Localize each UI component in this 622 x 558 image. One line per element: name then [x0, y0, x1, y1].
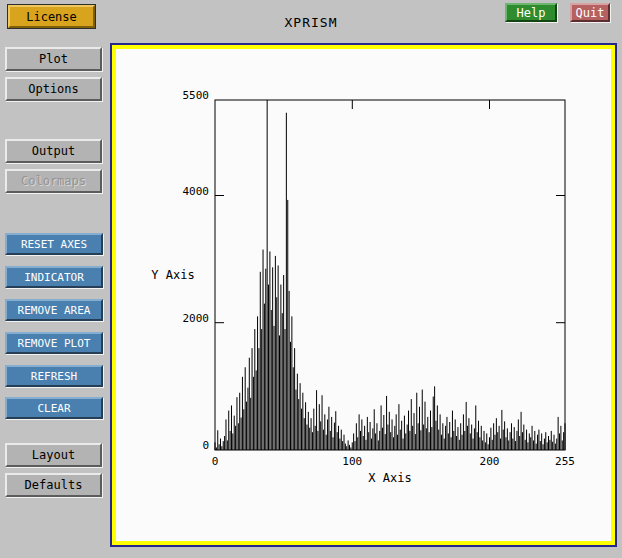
output-menu-button[interactable]: Output [5, 139, 102, 163]
y-tick-label: 0 [202, 439, 209, 452]
x-tick-label: 0 [212, 455, 219, 468]
plot-menu-button[interactable]: Plot [5, 47, 102, 71]
reset-axes-button[interactable]: RESET AXES [5, 233, 103, 255]
plot-panel: Y Axis X Axis 02000400055000100200255 [110, 43, 617, 547]
y-tick-label: 2000 [183, 312, 210, 325]
help-button[interactable]: Help [505, 3, 557, 22]
y-axis-title: Y Axis [151, 268, 194, 282]
refresh-button[interactable]: REFRESH [5, 365, 103, 387]
colormaps-menu-button-disabled: Colormaps [5, 169, 102, 193]
quit-button[interactable]: Quit [570, 3, 610, 22]
options-menu-button[interactable]: Options [5, 77, 102, 101]
impulse-series [215, 100, 565, 450]
remove-area-button[interactable]: REMOVE AREA [5, 299, 103, 321]
y-tick-label: 5500 [183, 89, 210, 102]
remove-plot-button[interactable]: REMOVE PLOT [5, 332, 103, 354]
x-tick-label: 200 [480, 455, 500, 468]
x-tick-label: 100 [342, 455, 362, 468]
clear-button[interactable]: CLEAR [5, 397, 103, 419]
plot-area: Y Axis X Axis 02000400055000100200255 [116, 49, 611, 541]
layout-button[interactable]: Layout [5, 443, 102, 467]
plot-canvas[interactable]: Y Axis X Axis 02000400055000100200255 [116, 49, 611, 541]
x-tick-label: 255 [555, 455, 575, 468]
xprism-window: License XPRISM Help Quit Plot Options Ou… [0, 0, 622, 558]
x-axis-title: X Axis [368, 471, 411, 485]
y-tick-label: 4000 [183, 185, 210, 198]
defaults-button[interactable]: Defaults [5, 473, 102, 497]
indicator-button[interactable]: INDICATOR [5, 266, 103, 288]
